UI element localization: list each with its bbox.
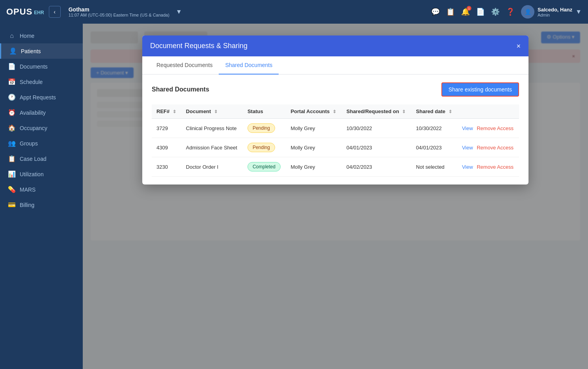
cell-portal-accounts: Molly Grey: [286, 119, 342, 138]
mars-icon: 💊: [8, 186, 16, 193]
main-area: ⚙ Options ▾ × + Document ▾ Document Requ…: [83, 24, 588, 369]
status-badge: Completed: [247, 162, 281, 171]
sidebar: ⌂ Home 👤 Patients 📄 Documents 📅 Schedule…: [0, 24, 83, 369]
view-link[interactable]: View: [462, 164, 473, 170]
sidebar-item-occupancy[interactable]: 🏠 Occupancy: [0, 120, 83, 136]
sidebar-item-case-load[interactable]: 📋 Case Load: [0, 151, 83, 166]
tab-requested-documents[interactable]: Requested Documents: [150, 56, 219, 75]
cell-portal-accounts: Molly Grey: [286, 138, 342, 157]
sidebar-item-label: MARS: [20, 186, 35, 193]
user-name: Salcedo, Hanz: [538, 7, 572, 13]
sidebar-item-mars[interactable]: 💊 MARS: [0, 182, 83, 197]
sidebar-item-home[interactable]: ⌂ Home: [0, 28, 83, 43]
sidebar-item-label: Home: [20, 33, 34, 39]
logo: OPUS EHR: [6, 7, 44, 17]
occupancy-icon: 🏠: [8, 124, 16, 132]
topbar: OPUS EHR ‹ Gotham 11:07 AM (UTC-05:00) E…: [0, 0, 588, 24]
cell-document: Doctor Order I: [181, 157, 243, 177]
gear-icon[interactable]: ⚙️: [491, 7, 500, 16]
sort-date-icon[interactable]: ⇕: [448, 109, 452, 114]
help-icon[interactable]: ❓: [506, 7, 515, 16]
sidebar-item-patients[interactable]: 👤 Patients: [0, 43, 83, 59]
schedule-icon: 📅: [8, 78, 16, 86]
col-shared-requested-on: Shared/Requested on ⇕: [342, 104, 411, 119]
modal-overlay: Document Requests & Sharing × Requested …: [83, 24, 588, 369]
col-actions: [457, 104, 519, 119]
sidebar-item-label: Groups: [20, 140, 38, 147]
cell-document: Clinical Progress Note: [181, 119, 243, 138]
chat-icon[interactable]: 💬: [431, 7, 440, 16]
sidebar-item-label: Appt Requests: [20, 94, 56, 101]
sidebar-item-appt-requests[interactable]: 🕐 Appt Requests: [0, 89, 83, 105]
user-info: Salcedo, Hanz Admin: [538, 7, 572, 17]
sort-shared-icon[interactable]: ⇕: [402, 109, 406, 114]
document-icon[interactable]: 📄: [476, 7, 485, 16]
bell-icon[interactable]: 🔔 1: [461, 7, 470, 16]
view-link[interactable]: View: [462, 125, 473, 131]
remove-access-button[interactable]: Remove Access: [477, 125, 514, 131]
user-area[interactable]: 👤 Salcedo, Hanz Admin ▼: [521, 5, 582, 19]
table-row: 4309 Admission Face Sheet Pending Molly …: [152, 138, 519, 157]
facility-time: 11:07 AM (UTC-05:00) Eastern Time (US & …: [69, 13, 169, 17]
cell-portal-accounts: Molly Grey: [286, 157, 342, 177]
content-header: Shared Documents Share existing document…: [152, 82, 519, 97]
sidebar-item-availability[interactable]: ⏰ Availability: [0, 105, 83, 120]
sort-document-icon[interactable]: ⇕: [214, 109, 218, 114]
groups-icon: 👥: [8, 140, 16, 147]
share-existing-documents-button[interactable]: Share existing documents: [441, 82, 519, 97]
logo-ehr: EHR: [34, 10, 44, 15]
sidebar-item-billing[interactable]: 💳 Billing: [0, 197, 83, 212]
table-header: REF# ⇕ Document ⇕ Status: [152, 104, 519, 119]
sidebar-item-utilization[interactable]: 📊 Utilization: [0, 166, 83, 182]
section-title: Shared Documents: [152, 86, 209, 93]
appt-icon: 🕐: [8, 93, 16, 101]
sidebar-item-label: Schedule: [20, 79, 43, 85]
cell-shared-requested-on: 10/30/2022: [342, 119, 411, 138]
back-button[interactable]: ‹: [49, 6, 61, 18]
sidebar-item-label: Case Load: [20, 156, 47, 162]
notification-badge: 1: [467, 6, 471, 11]
sort-portal-icon[interactable]: ⇕: [333, 109, 336, 114]
cell-shared-requested-on: 04/01/2023: [342, 138, 411, 157]
modal-close-button[interactable]: ×: [516, 43, 521, 50]
col-status: Status: [243, 104, 286, 119]
sidebar-item-schedule[interactable]: 📅 Schedule: [0, 74, 83, 89]
sidebar-item-label: Utilization: [20, 171, 44, 177]
tab-shared-documents[interactable]: Shared Documents: [219, 56, 279, 75]
logo-text: OPUS: [6, 7, 32, 17]
cell-status: Completed: [243, 157, 286, 177]
cell-ref: 4309: [152, 138, 181, 157]
user-dropdown-icon[interactable]: ▼: [575, 8, 582, 15]
cell-shared-date: 10/30/2022: [411, 119, 458, 138]
cell-document: Admission Face Sheet: [181, 138, 243, 157]
facility-dropdown-icon[interactable]: ▼: [176, 8, 182, 15]
sidebar-item-label: Occupancy: [20, 125, 47, 131]
view-link[interactable]: View: [462, 145, 473, 151]
remove-access-button[interactable]: Remove Access: [477, 164, 514, 170]
modal-header: Document Requests & Sharing ×: [142, 35, 528, 56]
billing-icon: 💳: [8, 201, 16, 209]
shared-documents-table: REF# ⇕ Document ⇕ Status: [152, 104, 519, 177]
documents-icon: 📄: [8, 63, 16, 70]
cell-actions: View Remove Access: [457, 138, 519, 157]
sort-ref-icon[interactable]: ⇕: [173, 109, 176, 114]
patients-icon: 👤: [9, 47, 17, 55]
sidebar-item-label: Billing: [20, 202, 34, 208]
topbar-icons: 💬 📋 🔔 1 📄 ⚙️ ❓ 👤 Salcedo, Hanz Admin ▼: [431, 5, 582, 19]
avatar: 👤: [521, 5, 534, 19]
cell-shared-date: 04/01/2023: [411, 138, 458, 157]
caseload-icon: 📋: [8, 155, 16, 162]
cell-ref: 3729: [152, 119, 181, 138]
remove-access-button[interactable]: Remove Access: [477, 145, 514, 151]
table-row: 3230 Doctor Order I Completed Molly Grey…: [152, 157, 519, 177]
sidebar-item-documents[interactable]: 📄 Documents: [0, 59, 83, 74]
sidebar-item-groups[interactable]: 👥 Groups: [0, 136, 83, 151]
table-row: 3729 Clinical Progress Note Pending Moll…: [152, 119, 519, 138]
availability-icon: ⏰: [8, 109, 16, 116]
cell-ref: 3230: [152, 157, 181, 177]
clipboard-icon[interactable]: 📋: [446, 7, 455, 16]
cell-shared-requested-on: 04/02/2023: [342, 157, 411, 177]
user-role: Admin: [538, 13, 572, 17]
home-icon: ⌂: [8, 32, 16, 39]
sidebar-item-label: Availability: [20, 110, 46, 116]
